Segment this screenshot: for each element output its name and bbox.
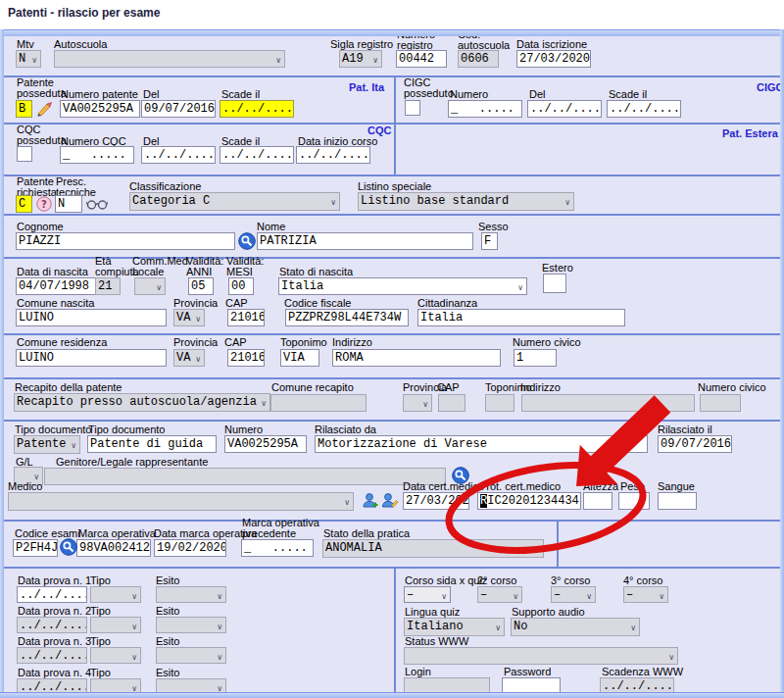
indirizzo-recapito-label: Indirizzo bbox=[520, 382, 561, 393]
codice-esami-field[interactable]: P2FH4J bbox=[13, 539, 58, 557]
cognome-field[interactable]: PIAZZI bbox=[16, 232, 235, 250]
presc-tecniche-field[interactable]: N bbox=[55, 195, 82, 213]
status-www-select[interactable] bbox=[404, 647, 678, 665]
tipo-prova-1-label: Tipo bbox=[90, 575, 111, 586]
cqc-numero-field[interactable]: _ ..... bbox=[60, 146, 134, 164]
sesso-field[interactable]: F bbox=[481, 232, 498, 250]
validita-mesi-label: Validità: MESI bbox=[226, 256, 273, 277]
numero-patente-field[interactable]: VA0025295A bbox=[60, 100, 140, 118]
recapito-patente-select[interactable]: Recapito presso autoscuola/agenzia bbox=[14, 393, 270, 412]
provincia-residenza-select[interactable]: VA bbox=[173, 349, 205, 367]
cap-residenza-field[interactable]: 21016 bbox=[227, 349, 265, 367]
section-divider bbox=[2, 174, 782, 176]
comune-nascita-field[interactable]: LUINO bbox=[16, 309, 167, 326]
documento-numero-field[interactable]: VA0025295A bbox=[224, 435, 307, 453]
comune-residenza-label: Comune residenza bbox=[17, 337, 107, 348]
sigla-registro-select[interactable]: A19 bbox=[339, 50, 382, 68]
help-question-icon[interactable]: ? bbox=[36, 196, 52, 212]
rilasciato-il-field[interactable]: 09/07/2016 bbox=[658, 435, 732, 453]
cap-nascita-field[interactable]: 21016 bbox=[227, 309, 265, 326]
peso-field[interactable] bbox=[618, 492, 650, 510]
autoscuola-select[interactable] bbox=[54, 50, 285, 68]
cqc-del-field[interactable]: ../../.... bbox=[141, 146, 216, 164]
marca-precedente-field[interactable]: _ ..... bbox=[241, 539, 314, 557]
password-label: Password bbox=[504, 667, 551, 677]
cap-recapito-label: CAP bbox=[437, 382, 460, 393]
recapito-patente-label: Recapito della patente bbox=[15, 382, 122, 393]
pat-ita-title: Pat. Ita bbox=[349, 82, 384, 93]
provincia-recapito-select bbox=[403, 394, 432, 412]
marca-operativa-field[interactable]: 98VA002412 bbox=[76, 539, 151, 557]
comune-residenza-field[interactable]: LUINO bbox=[16, 349, 167, 367]
provincia-nascita-select[interactable]: VA bbox=[173, 309, 205, 326]
comm-med-select[interactable] bbox=[134, 277, 166, 295]
cigc-numero-field[interactable]: _ ..... bbox=[448, 100, 522, 118]
medico-select[interactable] bbox=[8, 492, 354, 511]
edit-person-icon[interactable] bbox=[381, 492, 399, 510]
validita-anni-field[interactable]: 05 bbox=[188, 277, 214, 295]
provincia-residenza-label: Provincia bbox=[173, 337, 218, 348]
esito-prova-2-select bbox=[156, 617, 226, 633]
tipo-documento-field[interactable]: Patente di guida bbox=[87, 435, 217, 453]
login-label: Login bbox=[405, 667, 431, 677]
data-iscrizione-label: Data iscrizione bbox=[516, 39, 587, 50]
codice-fiscale-field[interactable]: PZZPRZ98L44E734W bbox=[285, 309, 409, 326]
data-marca-operativa-field[interactable]: 19/02/2020 bbox=[154, 539, 226, 557]
rilasciato-da-field[interactable]: Motorizzazione di Varese bbox=[315, 435, 648, 453]
comune-recapito-label: Comune recapito bbox=[271, 382, 354, 393]
listino-speciale-select[interactable]: Listino base standard bbox=[358, 192, 574, 211]
prot-cert-medico-field[interactable]: RIC20201234434 bbox=[477, 492, 581, 510]
nome-field[interactable]: PATRIZIA bbox=[257, 232, 473, 250]
toponimo-label: Toponimo bbox=[280, 337, 327, 348]
indirizzo-field[interactable]: ROMA bbox=[332, 349, 501, 367]
eyeglasses-icon[interactable] bbox=[86, 197, 108, 211]
sangue-label: Sangue bbox=[658, 481, 695, 492]
esito-prova-3-select bbox=[156, 647, 226, 664]
numero-registro-field[interactable]: 00442 bbox=[396, 50, 447, 68]
add-person-icon[interactable] bbox=[362, 492, 379, 510]
data-nascita-field[interactable]: 04/07/1998 bbox=[16, 277, 96, 295]
lingua-quiz-select[interactable]: Italiano bbox=[404, 618, 505, 636]
cqc-posseduta-checkbox[interactable] bbox=[17, 146, 32, 162]
corso-sida-select[interactable]: – bbox=[404, 586, 451, 603]
stato-nascita-select[interactable]: Italia bbox=[278, 277, 527, 295]
comm-med-label: Comm.Med Locale bbox=[132, 256, 191, 277]
patente-del-field[interactable]: 09/07/2016 bbox=[141, 100, 216, 118]
search-icon[interactable] bbox=[452, 467, 469, 484]
data-iscrizione-field[interactable]: 27/03/2020 bbox=[516, 50, 591, 68]
validita-mesi-field[interactable]: 00 bbox=[228, 277, 254, 295]
mtv-select[interactable]: N bbox=[16, 50, 41, 68]
patente-scade-field[interactable]: ../../.... bbox=[220, 100, 294, 118]
numero-civico-field[interactable]: 1 bbox=[514, 349, 557, 367]
patente-del-label: Del bbox=[143, 89, 160, 100]
indirizzo-label: Indirizzo bbox=[332, 337, 372, 348]
supporto-audio-select[interactable]: No bbox=[511, 618, 640, 636]
status-www-label: Status WWW bbox=[405, 636, 468, 647]
cigc-del-field[interactable]: ../../.... bbox=[527, 100, 602, 118]
classificazione-select[interactable]: Categoria C bbox=[129, 192, 340, 211]
cigc-scade-field[interactable]: ../../.... bbox=[607, 100, 681, 118]
cognome-label: Cognome bbox=[17, 222, 64, 232]
supporto-audio-label: Supporto audio bbox=[512, 607, 585, 618]
edit-pencil-icon[interactable] bbox=[35, 101, 53, 117]
data-prova-1-field[interactable]: ../../.... bbox=[17, 586, 87, 603]
numero-patente-label: Numero patente bbox=[61, 89, 138, 100]
data-cert-medico-field[interactable]: 27/03/2020 bbox=[403, 492, 469, 510]
stato-pratica-select[interactable]: ANOMALIA bbox=[322, 539, 544, 558]
toponimo-field[interactable]: VIA bbox=[280, 349, 319, 367]
estero-field bbox=[543, 274, 566, 293]
patente-richiesta-field[interactable]: C bbox=[16, 195, 32, 213]
comune-nascita-label: Comune nascita bbox=[17, 298, 95, 309]
tipo-documento-select[interactable]: Patente bbox=[14, 435, 80, 454]
tipo-prova-2-select bbox=[90, 617, 141, 633]
search-icon[interactable] bbox=[238, 232, 256, 250]
search-icon[interactable] bbox=[60, 538, 77, 556]
altezza-field[interactable] bbox=[583, 492, 612, 510]
data-inizio-corso-field[interactable]: ../../.... bbox=[296, 146, 370, 164]
prot-cert-medico-label: Prot. cert.medico bbox=[479, 481, 561, 492]
sangue-field[interactable] bbox=[658, 492, 697, 510]
cittadinanza-field[interactable]: Italia bbox=[417, 309, 625, 326]
cigc-posseduto-checkbox[interactable] bbox=[405, 100, 420, 116]
cqc-scade-field[interactable]: ../../.... bbox=[220, 146, 294, 164]
patente-posseduta-field[interactable]: B bbox=[16, 100, 32, 118]
